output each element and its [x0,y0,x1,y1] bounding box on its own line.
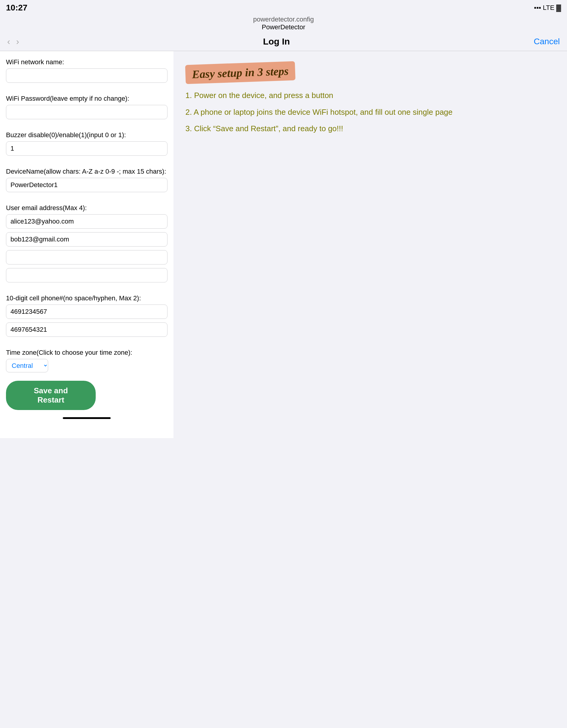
buzzer-label: Buzzer disable(0)/enable(1)(input 0 or 1… [6,131,167,139]
wifi-name-input[interactable] [6,68,167,83]
email3-input[interactable] [6,250,167,264]
email-label: User email address(Max 4): [6,204,167,212]
steps-container: 1. Power on the device, and press a butt… [185,89,558,135]
form-area: WiFi network name: WiFi Password(leave e… [0,51,173,438]
wifi-password-section: WiFi Password(leave empty if no change): [6,95,167,123]
battery-icon: ▓ [556,4,561,12]
phone-section: 10-digit cell phone#(no space/hyphen, Ma… [6,294,167,340]
back-button[interactable]: ‹ [7,37,10,46]
phone2-input[interactable] [6,322,167,337]
step1-text: 1. Power on the device, and press a butt… [185,89,558,102]
right-panel: Easy setup in 3 steps 1. Power on the de… [173,51,567,151]
nav-arrows: ‹ › [7,37,19,46]
wifi-password-input[interactable] [6,105,167,119]
wifi-name-label: WiFi network name: [6,58,167,66]
device-name-label: DeviceName(allow chars: A-Z a-z 0-9 -; m… [6,168,167,175]
network-label: LTE [543,4,554,12]
cancel-button[interactable]: Cancel [534,37,560,46]
status-icons: ▪▪▪ LTE ▓ [534,4,561,12]
phone-label: 10-digit cell phone#(no space/hyphen, Ma… [6,294,167,302]
home-indicator [6,410,167,426]
buzzer-section: Buzzer disable(0)/enable(1)(input 0 or 1… [6,131,167,159]
phone1-input[interactable] [6,305,167,319]
email-section: User email address(Max 4): [6,204,167,286]
nav-bar: ‹ › Log In Cancel [0,33,567,51]
url-bar: powerdetector.config PowerDetector [0,14,567,33]
page-title: Log In [263,36,290,47]
wifi-password-label: WiFi Password(leave empty if no change): [6,95,167,103]
status-bar: 10:27 ▪▪▪ LTE ▓ [0,0,567,14]
timezone-section: Time zone(Click to choose your time zone… [6,349,167,372]
step3-text: 3. Click “Save and Restart”, and ready t… [185,123,558,135]
status-time: 10:27 [6,3,27,13]
step2-text: 2. A phone or laptop joins the device Wi… [185,106,558,119]
url-domain: powerdetector.config [5,16,562,23]
email2-input[interactable] [6,232,167,247]
home-bar [63,417,111,419]
wifi-name-section: WiFi network name: [6,58,167,86]
device-name-input[interactable] [6,178,167,192]
save-restart-button[interactable]: Save and Restart [6,381,96,410]
timezone-select[interactable]: Eastern Central Mountain Pacific Alaska … [6,359,48,372]
easy-setup-badge: Easy setup in 3 steps [185,61,296,84]
email4-input[interactable] [6,268,167,282]
signal-icon: ▪▪▪ [534,4,541,12]
device-name-section: DeviceName(allow chars: A-Z a-z 0-9 -; m… [6,168,167,196]
easy-setup-text: Easy setup in 3 steps [192,65,289,80]
url-page: PowerDetector [5,23,562,31]
main-layout: WiFi network name: WiFi Password(leave e… [0,51,567,438]
email1-input[interactable] [6,214,167,229]
forward-button[interactable]: › [16,37,19,46]
buzzer-input[interactable] [6,141,167,156]
timezone-label: Time zone(Click to choose your time zone… [6,349,167,357]
